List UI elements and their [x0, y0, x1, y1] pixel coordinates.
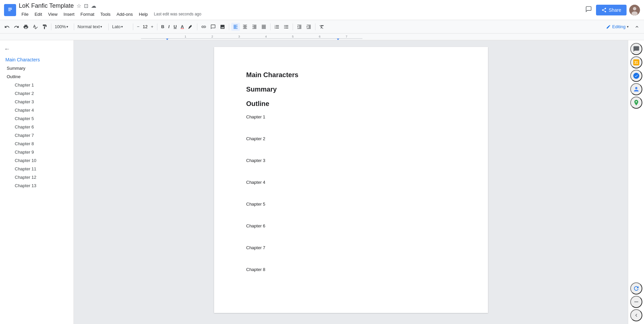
sidebar-item-2[interactable]: Outline: [0, 72, 73, 81]
comments-button[interactable]: [584, 4, 593, 15]
undo-button[interactable]: [3, 23, 11, 31]
print-button[interactable]: [21, 23, 30, 31]
align-right-button[interactable]: [250, 23, 259, 31]
sidebar-item-10[interactable]: Chapter 8: [0, 140, 73, 148]
menu-addons[interactable]: Add-ons: [114, 10, 135, 18]
maps-panel-button[interactable]: [630, 97, 642, 109]
italic-button[interactable]: I: [167, 23, 171, 30]
sidebar-item-9[interactable]: Chapter 7: [0, 131, 73, 140]
doc-section-4[interactable]: Chapter 2: [246, 136, 456, 141]
menu-insert[interactable]: Insert: [61, 10, 77, 18]
font-chevron: ▾: [121, 25, 123, 29]
sidebar-item-15[interactable]: Chapter 13: [0, 181, 73, 190]
cloud-icon[interactable]: ☁: [90, 2, 97, 10]
link-button[interactable]: [199, 23, 208, 31]
paint-format-button[interactable]: [40, 23, 49, 31]
redo-button[interactable]: [12, 23, 21, 31]
document-page: Main CharactersSummaryOutlineChapter 1Ch…: [214, 47, 488, 313]
increase-font-button[interactable]: +: [149, 23, 155, 31]
contacts-panel-button[interactable]: [630, 83, 642, 95]
svg-rect-0: [6, 6, 14, 14]
menu-edit[interactable]: Edit: [32, 10, 45, 18]
doc-section-6[interactable]: Chapter 4: [246, 180, 456, 185]
menu-help[interactable]: Help: [136, 10, 151, 18]
doc-section-7[interactable]: Chapter 5: [246, 202, 456, 207]
doc-section-10[interactable]: Chapter 8: [246, 267, 456, 272]
share-button[interactable]: Share: [596, 5, 627, 15]
underline-button[interactable]: U: [172, 23, 178, 30]
align-center-button[interactable]: [241, 23, 249, 31]
sidebar-item-12[interactable]: Chapter 10: [0, 156, 73, 165]
doc-section-3[interactable]: Chapter 1: [246, 114, 456, 119]
folder-icon[interactable]: ⊡: [83, 2, 89, 10]
doc-section-9[interactable]: Chapter 7: [246, 245, 456, 250]
menu-tools[interactable]: Tools: [98, 10, 113, 18]
add-comment-button[interactable]: [209, 23, 217, 31]
increase-indent-button[interactable]: [304, 23, 313, 31]
user-avatar[interactable]: [629, 5, 640, 15]
sidebar-item-7[interactable]: Chapter 5: [0, 114, 73, 123]
doc-section-5[interactable]: Chapter 3: [246, 158, 456, 163]
editing-mode-button[interactable]: Editing ▾: [603, 23, 631, 31]
share-label: Share: [609, 7, 621, 13]
align-justify-button[interactable]: [259, 23, 268, 31]
expand-panel-button[interactable]: [630, 296, 642, 308]
insert-image-button[interactable]: [218, 23, 227, 31]
svg-text:5: 5: [292, 35, 294, 38]
font-size-area: − 12 +: [135, 23, 155, 31]
sidebar-item-1[interactable]: Summary: [0, 64, 73, 72]
star-icon[interactable]: ☆: [76, 2, 82, 10]
sidebar-header: ←: [0, 44, 73, 55]
sidebar-item-11[interactable]: Chapter 9: [0, 148, 73, 156]
doc-section-8[interactable]: Chapter 6: [246, 223, 456, 228]
collapse-side-panel-button[interactable]: [630, 309, 642, 321]
zoom-select[interactable]: 100% ▾: [53, 23, 72, 30]
bulleted-list-button[interactable]: [282, 23, 291, 31]
align-left-button[interactable]: [231, 23, 240, 31]
doc-sections-container: Main CharactersSummaryOutlineChapter 1Ch…: [246, 71, 456, 272]
sidebar-item-0[interactable]: Main Characters: [0, 55, 73, 64]
sidebar-item-13[interactable]: Chapter 11: [0, 165, 73, 173]
decrease-indent-button[interactable]: [295, 23, 304, 31]
bold-button[interactable]: B: [159, 23, 166, 30]
sidebar-item-3[interactable]: Chapter 1: [0, 81, 73, 89]
sidebar-item-4[interactable]: Chapter 2: [0, 89, 73, 98]
sidebar-back-button[interactable]: ←: [4, 46, 10, 53]
sidebar-item-8[interactable]: Chapter 6: [0, 123, 73, 131]
sidebar-item-6[interactable]: Chapter 4: [0, 106, 73, 114]
last-edit-text: Last edit was seconds ago: [154, 12, 201, 16]
chat-panel-button[interactable]: [630, 43, 642, 55]
menu-format[interactable]: Format: [78, 10, 97, 18]
document-area[interactable]: Main CharactersSummaryOutlineChapter 1Ch…: [74, 40, 628, 324]
svg-rect-2: [8, 9, 12, 10]
highlight-button[interactable]: [186, 23, 195, 31]
font-select[interactable]: Lato ▾: [111, 23, 131, 30]
tasks-panel-button[interactable]: [630, 70, 642, 82]
doc-section-2[interactable]: Outline: [246, 100, 456, 108]
svg-rect-3: [8, 10, 11, 11]
font-size-value[interactable]: 12: [142, 24, 149, 29]
sidebar-item-5[interactable]: Chapter 3: [0, 98, 73, 106]
font-color-button[interactable]: A: [179, 23, 186, 31]
clear-format-button[interactable]: [317, 23, 326, 31]
sep10: [315, 23, 315, 30]
sidebar-item-14[interactable]: Chapter 12: [0, 173, 73, 181]
font-color-label: A: [181, 24, 184, 29]
doc-section-0[interactable]: Main Characters: [246, 71, 456, 79]
spellcheck-button[interactable]: [31, 23, 40, 31]
refresh-button[interactable]: [630, 282, 642, 294]
doc-title-text[interactable]: LoK Fanfic Template: [19, 2, 74, 9]
decrease-font-button[interactable]: −: [135, 23, 141, 31]
ruler: 1 2 3 4 5 6 7: [0, 34, 644, 40]
menu-bar: File Edit View Insert Format Tools Add-o…: [19, 10, 581, 18]
docs-app-icon[interactable]: [4, 4, 16, 16]
numbered-list-button[interactable]: [273, 23, 281, 31]
collapse-toolbar-button[interactable]: [633, 23, 641, 31]
menu-view[interactable]: View: [45, 10, 60, 18]
calendar-panel-button[interactable]: 31: [630, 56, 642, 68]
zoom-chevron: ▾: [66, 25, 68, 29]
doc-section-1[interactable]: Summary: [246, 86, 456, 93]
style-chevron: ▾: [100, 25, 102, 29]
menu-file[interactable]: File: [19, 10, 31, 18]
style-select[interactable]: Normal text ▾: [76, 23, 106, 30]
